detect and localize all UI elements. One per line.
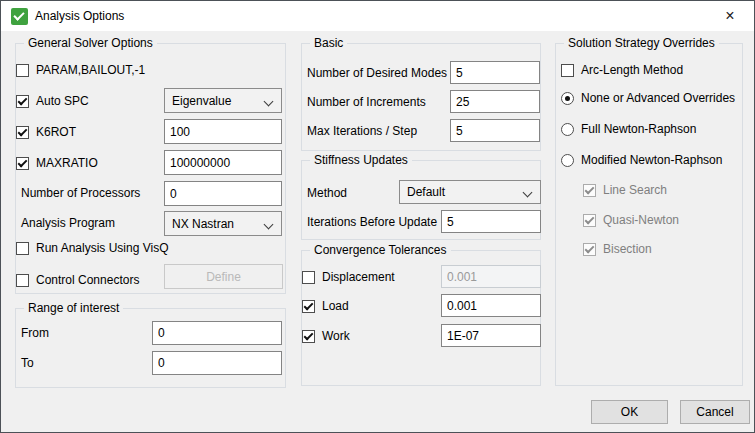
work-row[interactable]: Work <box>302 328 350 344</box>
range-from-label: From <box>21 325 49 341</box>
titlebar: Analysis Options × <box>1 1 754 31</box>
modified-newton-raphson-label: Modified Newton-Raphson <box>581 153 722 167</box>
maxratio-label: MAXRATIO <box>36 156 98 170</box>
bisection-row: Bisection <box>583 241 652 257</box>
control-connectors-checkbox[interactable] <box>16 274 29 287</box>
analysis-program-selected-value: NX Nastran <box>172 217 234 231</box>
cancel-button[interactable]: Cancel <box>680 400 750 424</box>
num-processors-label: Number of Processors <box>21 185 140 201</box>
auto-spc-dropdown[interactable]: Eigenvalue <box>164 88 282 113</box>
close-icon[interactable]: × <box>708 2 752 30</box>
param-bailout-row[interactable]: PARAM,BAILOUT,-1 <box>16 62 145 78</box>
line-search-checkbox <box>583 184 596 197</box>
range-to-input[interactable] <box>152 351 282 375</box>
control-connectors-row[interactable]: Control Connectors <box>16 272 139 288</box>
k6rot-label: K6ROT <box>36 125 76 139</box>
radio-modified-newton-raphson-row[interactable]: Modified Newton-Raphson <box>561 152 722 168</box>
ok-button[interactable]: OK <box>591 400 668 424</box>
method-selected-value: Default <box>407 185 445 199</box>
group-title: Convergence Tolerances <box>310 243 451 257</box>
arc-length-checkbox[interactable] <box>561 64 574 77</box>
chevron-down-icon <box>264 97 274 107</box>
desired-modes-input[interactable] <box>450 61 540 84</box>
method-label: Method <box>307 185 347 201</box>
group-title: Basic <box>310 36 347 50</box>
chevron-down-icon <box>264 220 274 230</box>
auto-spc-row[interactable]: Auto SPC <box>16 93 89 109</box>
num-increments-input[interactable] <box>450 90 540 113</box>
method-dropdown[interactable]: Default <box>399 180 541 204</box>
k6rot-checkbox[interactable] <box>16 126 29 139</box>
param-bailout-label: PARAM,BAILOUT,-1 <box>36 63 145 77</box>
load-label: Load <box>322 299 349 313</box>
auto-spc-label: Auto SPC <box>36 94 89 108</box>
group-title: Range of interest <box>24 301 123 315</box>
displacement-row[interactable]: Displacement <box>302 269 395 285</box>
load-row[interactable]: Load <box>302 298 349 314</box>
radio-full-newton-raphson-row[interactable]: Full Newton-Raphson <box>561 121 696 137</box>
bisection-label: Bisection <box>603 242 652 256</box>
work-checkbox[interactable] <box>302 330 315 343</box>
define-button[interactable]: Define <box>164 264 283 289</box>
k6rot-input[interactable] <box>164 119 282 144</box>
group-title: General Solver Options <box>24 36 157 50</box>
displacement-tolerance-input[interactable] <box>441 265 541 288</box>
analysis-program-label: Analysis Program <box>21 215 115 231</box>
full-newton-raphson-label: Full Newton-Raphson <box>581 122 696 136</box>
none-or-advanced-label: None or Advanced Overrides <box>581 91 735 105</box>
quasi-newton-row: Quasi-Newton <box>583 212 679 228</box>
modified-newton-raphson-radio[interactable] <box>561 154 574 167</box>
iterations-before-update-input[interactable] <box>441 210 541 233</box>
group-range-of-interest: Range of interest <box>15 308 286 388</box>
param-bailout-checkbox[interactable] <box>16 64 29 77</box>
maxratio-checkbox[interactable] <box>16 157 29 170</box>
line-search-row: Line Search <box>583 182 667 198</box>
run-visq-checkbox[interactable] <box>16 242 29 255</box>
line-search-label: Line Search <box>603 183 667 197</box>
num-increments-label: Number of Increments <box>307 94 426 110</box>
displacement-label: Displacement <box>322 270 395 284</box>
load-tolerance-input[interactable] <box>441 294 541 317</box>
work-label: Work <box>322 329 350 343</box>
analysis-program-dropdown[interactable]: NX Nastran <box>164 211 282 236</box>
run-visq-label: Run Analysis Using VisQ <box>36 241 169 255</box>
k6rot-row[interactable]: K6ROT <box>16 124 76 140</box>
auto-spc-checkbox[interactable] <box>16 95 29 108</box>
chevron-down-icon <box>523 188 533 198</box>
none-or-advanced-radio[interactable] <box>561 92 574 105</box>
bisection-checkbox <box>583 243 596 256</box>
arc-length-row[interactable]: Arc-Length Method <box>561 62 683 78</box>
radio-none-or-advanced-row[interactable]: None or Advanced Overrides <box>561 90 735 106</box>
max-iterations-label: Max Iterations / Step <box>307 123 417 139</box>
control-connectors-label: Control Connectors <box>36 273 139 287</box>
auto-spc-selected-value: Eigenvalue <box>172 94 231 108</box>
maxratio-input[interactable] <box>164 150 282 175</box>
dialog-title: Analysis Options <box>35 1 124 31</box>
analysis-options-dialog: Analysis Options × General Solver Option… <box>0 0 755 433</box>
range-to-label: To <box>21 355 34 371</box>
range-from-input[interactable] <box>152 321 282 345</box>
full-newton-raphson-radio[interactable] <box>561 123 574 136</box>
quasi-newton-label: Quasi-Newton <box>603 213 679 227</box>
quasi-newton-checkbox <box>583 214 596 227</box>
arc-length-label: Arc-Length Method <box>581 63 683 77</box>
group-title: Solution Strategy Overrides <box>564 36 719 50</box>
iterations-before-update-label: Iterations Before Update <box>307 214 437 230</box>
run-visq-row[interactable]: Run Analysis Using VisQ <box>16 240 169 256</box>
num-processors-input[interactable] <box>164 181 282 206</box>
load-checkbox[interactable] <box>302 300 315 313</box>
group-title: Stiffness Updates <box>310 153 412 167</box>
displacement-checkbox[interactable] <box>302 271 315 284</box>
maxratio-row[interactable]: MAXRATIO <box>16 155 98 171</box>
green-check-icon <box>11 8 28 25</box>
desired-modes-label: Number of Desired Modes <box>307 65 447 81</box>
max-iterations-input[interactable] <box>450 119 540 142</box>
work-tolerance-input[interactable] <box>441 324 541 347</box>
